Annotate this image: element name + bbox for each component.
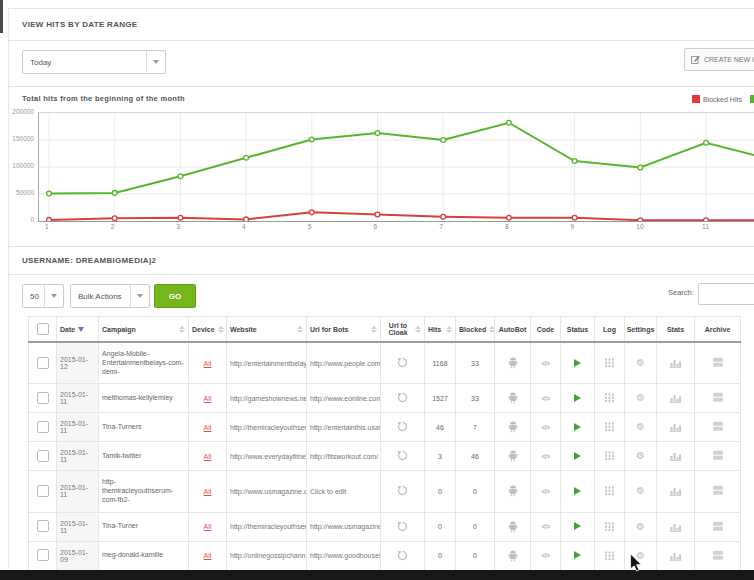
website-url[interactable]: http://www.everydayfitnes... xyxy=(230,453,307,460)
log-icon[interactable] xyxy=(604,555,615,562)
bulk-actions-select[interactable]: Bulk Actions xyxy=(70,284,150,308)
website-url[interactable]: http://entertainmentbelays... xyxy=(230,360,307,367)
code-icon[interactable]: </> xyxy=(542,552,550,559)
create-campaign-button[interactable]: CREATE NEW CAMPAIGN xyxy=(684,48,754,71)
url-for-bots[interactable]: http://www.eonline.com/e... xyxy=(310,395,381,402)
android-icon[interactable] xyxy=(507,556,519,563)
date-range-select[interactable]: Today xyxy=(22,50,166,74)
code-icon[interactable]: </> xyxy=(542,453,550,460)
column-header-website[interactable]: Website xyxy=(227,317,307,343)
website-url[interactable]: http://www.usmagazine.c... xyxy=(230,488,307,495)
android-icon[interactable] xyxy=(507,363,519,370)
device-link[interactable]: All xyxy=(204,488,212,495)
url-for-bots[interactable]: Click to edit xyxy=(310,488,346,495)
url-for-bots[interactable]: http://www.goodhouseke... xyxy=(310,552,381,559)
log-icon[interactable] xyxy=(604,362,615,369)
gear-icon[interactable]: ⚙ xyxy=(636,521,645,532)
device-link[interactable]: All xyxy=(204,523,212,530)
stats-icon[interactable] xyxy=(669,555,682,562)
refresh-icon[interactable] xyxy=(397,397,408,404)
stats-icon[interactable] xyxy=(669,426,682,433)
code-icon[interactable]: </> xyxy=(542,395,550,402)
play-icon[interactable] xyxy=(574,553,581,560)
log-icon[interactable] xyxy=(604,455,615,462)
play-icon[interactable] xyxy=(574,454,581,461)
log-icon[interactable] xyxy=(604,526,615,533)
column-header-hits[interactable]: Hits xyxy=(425,317,456,343)
url-for-bots[interactable]: http://entertainthis.usatod... xyxy=(310,424,381,431)
row-checkbox[interactable] xyxy=(37,392,49,404)
url-for-bots[interactable]: http://www.usmagazine.c... xyxy=(310,523,381,530)
log-icon[interactable] xyxy=(604,426,615,433)
website-url[interactable]: http://onlinegossipchann... xyxy=(230,552,307,559)
gear-icon[interactable]: ⚙ xyxy=(636,421,645,432)
device-link[interactable]: All xyxy=(204,360,212,367)
gear-icon[interactable]: ⚙ xyxy=(636,392,645,403)
refresh-icon[interactable] xyxy=(397,490,408,497)
chevron-down-icon xyxy=(146,51,165,73)
page-size-select[interactable]: 50 xyxy=(22,284,64,308)
archive-icon[interactable] xyxy=(712,526,724,533)
archive-icon[interactable] xyxy=(712,490,724,497)
code-icon[interactable]: </> xyxy=(542,523,550,530)
gear-icon[interactable]: ⚙ xyxy=(636,357,645,368)
url-for-bots[interactable]: http://fitsworkout.com/ xyxy=(310,453,378,460)
select-all-checkbox[interactable] xyxy=(37,323,49,335)
stats-icon[interactable] xyxy=(669,362,682,369)
play-icon[interactable] xyxy=(574,489,581,496)
play-icon[interactable] xyxy=(574,425,581,432)
android-icon[interactable] xyxy=(507,398,519,405)
column-header-url-to-cloak[interactable]: Url to Cloak xyxy=(381,317,425,343)
select-all-header[interactable] xyxy=(29,317,57,343)
gear-icon[interactable]: ⚙ xyxy=(636,485,645,496)
row-checkbox[interactable] xyxy=(37,450,49,462)
website-url[interactable]: http://themiracleyouthser... xyxy=(230,523,307,530)
android-icon[interactable] xyxy=(507,427,519,434)
code-icon[interactable]: </> xyxy=(542,424,550,431)
column-header-blocked[interactable]: Blocked xyxy=(456,317,495,343)
search-input[interactable] xyxy=(698,283,754,305)
device-link[interactable]: All xyxy=(204,424,212,431)
url-for-bots[interactable]: http://www.people.com/ar... xyxy=(310,360,381,367)
gear-icon[interactable]: ⚙ xyxy=(636,450,645,461)
device-link[interactable]: All xyxy=(204,395,212,402)
refresh-icon[interactable] xyxy=(397,555,408,562)
column-header-campaign[interactable]: Campaign xyxy=(99,317,189,343)
column-header-url-for-bots[interactable]: Url for Bots xyxy=(307,317,381,343)
refresh-icon[interactable] xyxy=(397,426,408,433)
column-header-date[interactable]: Date xyxy=(57,317,99,343)
row-checkbox[interactable] xyxy=(37,357,49,369)
play-icon[interactable] xyxy=(574,524,581,531)
archive-icon[interactable] xyxy=(712,555,724,562)
stats-icon[interactable] xyxy=(669,455,682,462)
stats-icon[interactable] xyxy=(669,490,682,497)
android-icon[interactable] xyxy=(507,456,519,463)
refresh-icon[interactable] xyxy=(397,526,408,533)
android-icon[interactable] xyxy=(507,527,519,534)
website-url[interactable]: http://gameshownews.net xyxy=(230,395,307,402)
row-checkbox[interactable] xyxy=(37,485,49,497)
device-link[interactable]: All xyxy=(204,552,212,559)
refresh-icon[interactable] xyxy=(397,455,408,462)
row-checkbox[interactable] xyxy=(37,520,49,532)
android-icon[interactable] xyxy=(507,491,519,498)
go-button[interactable]: GO xyxy=(154,284,196,308)
column-header-device[interactable]: Device xyxy=(189,317,227,343)
refresh-icon[interactable] xyxy=(397,362,408,369)
stats-icon[interactable] xyxy=(669,526,682,533)
row-checkbox[interactable] xyxy=(37,549,49,561)
code-icon[interactable]: </> xyxy=(542,360,550,367)
play-icon[interactable] xyxy=(574,396,581,403)
code-icon[interactable]: </> xyxy=(542,488,550,495)
row-checkbox[interactable] xyxy=(37,421,49,433)
log-icon[interactable] xyxy=(604,397,615,404)
device-link[interactable]: All xyxy=(204,453,212,460)
archive-icon[interactable] xyxy=(712,455,724,462)
archive-icon[interactable] xyxy=(712,362,724,369)
website-url[interactable]: http://themiracleyouthser... xyxy=(230,424,307,431)
archive-icon[interactable] xyxy=(712,397,724,404)
stats-icon[interactable] xyxy=(669,397,682,404)
log-icon[interactable] xyxy=(604,490,615,497)
archive-icon[interactable] xyxy=(712,426,724,433)
play-icon[interactable] xyxy=(574,361,581,368)
